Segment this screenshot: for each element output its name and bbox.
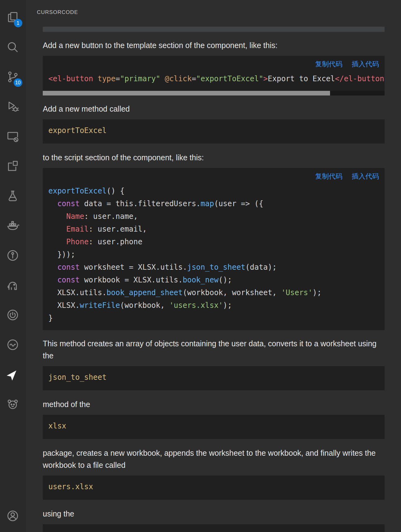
send-arrow-icon bbox=[6, 368, 20, 381]
docker-whale-icon bbox=[6, 219, 20, 233]
inline-code-exporttoexcel: exportToExcel bbox=[43, 119, 385, 144]
sidebar-item-testing[interactable] bbox=[0, 181, 25, 211]
sidebar-item-account[interactable] bbox=[0, 501, 25, 531]
sidebar-item-php-tools[interactable] bbox=[0, 270, 25, 300]
source-control-badge: 10 bbox=[14, 78, 22, 87]
horizontal-scrollbar[interactable] bbox=[43, 91, 385, 95]
account-icon bbox=[6, 509, 20, 523]
chat-paragraph: Add a new method called bbox=[43, 103, 385, 115]
scrollbar-thumb[interactable] bbox=[43, 91, 330, 95]
partially-scrolled-element bbox=[43, 27, 385, 32]
chat-paragraph: Add a new button to the template section… bbox=[43, 39, 385, 51]
inline-code-writefile: writeFile bbox=[43, 524, 385, 532]
panel-title: CURSORCODE bbox=[37, 9, 401, 16]
elephant-icon bbox=[6, 278, 20, 292]
app-window: 1 10 bbox=[0, 0, 401, 532]
chat-paragraph: method of the bbox=[43, 398, 385, 410]
sidebar-item-extensions[interactable] bbox=[0, 151, 25, 181]
activity-bar: 1 10 bbox=[0, 0, 25, 532]
code-content: exportToExcel() { const data = this.filt… bbox=[43, 181, 385, 330]
sidebar-item-power-tools[interactable] bbox=[0, 300, 25, 330]
code-actions: 复制代码 插入代码 bbox=[43, 56, 385, 69]
sidebar-item-source-control[interactable]: 10 bbox=[0, 62, 25, 92]
sidebar-item-pipeline[interactable] bbox=[0, 241, 25, 270]
chat-paragraph: This method creates an array of objects … bbox=[43, 338, 385, 362]
chat-paragraph: to the script section of the component, … bbox=[43, 152, 385, 164]
sidebar-item-assistant[interactable] bbox=[0, 389, 25, 419]
wave-circle-icon bbox=[6, 338, 20, 352]
run-debug-icon bbox=[6, 100, 20, 113]
sidebar-item-remote-explorer[interactable] bbox=[0, 122, 25, 151]
code-block-template: 复制代码 插入代码 <el-button type="primary" @cli… bbox=[43, 56, 385, 95]
inline-code-users-xlsx: users.xlsx bbox=[43, 476, 385, 500]
sidebar-item-wave[interactable] bbox=[0, 330, 25, 360]
insert-code-link[interactable]: 插入代码 bbox=[352, 60, 379, 69]
search-icon bbox=[6, 40, 20, 54]
commit-circle-icon bbox=[6, 249, 20, 262]
power-icon bbox=[6, 308, 20, 322]
sidebar-item-cursorcode[interactable] bbox=[0, 360, 25, 389]
monitor-disconnect-icon bbox=[6, 130, 20, 143]
chat-paragraph: package, creates a new workbook, appends… bbox=[43, 447, 385, 471]
flask-icon bbox=[6, 189, 20, 203]
code-content: <el-button type="primary" @click="export… bbox=[43, 69, 385, 91]
chat-content: Add a new button to the template section… bbox=[43, 27, 385, 532]
sidebar-item-search[interactable] bbox=[0, 32, 25, 62]
insert-code-link[interactable]: 插入代码 bbox=[352, 172, 379, 181]
copy-code-link[interactable]: 复制代码 bbox=[315, 172, 342, 181]
chat-paragraph: using the bbox=[43, 508, 385, 520]
code-actions: 复制代码 插入代码 bbox=[43, 168, 385, 181]
code-block-script: 复制代码 插入代码 exportToExcel() { const data =… bbox=[43, 168, 385, 330]
inline-code-json-to-sheet: json_to_sheet bbox=[43, 366, 385, 390]
sidebar-item-explorer[interactable]: 1 bbox=[0, 2, 25, 32]
sidebar-item-run-debug[interactable] bbox=[0, 92, 25, 122]
extensions-icon bbox=[6, 159, 20, 173]
cursorcode-panel: CURSORCODE Add a new button to the templ… bbox=[25, 0, 401, 532]
sidebar-item-docker[interactable] bbox=[0, 211, 25, 241]
explorer-badge: 1 bbox=[14, 19, 22, 27]
inline-code-xlsx: xlsx bbox=[43, 415, 385, 439]
bear-icon bbox=[6, 397, 20, 411]
copy-code-link[interactable]: 复制代码 bbox=[315, 60, 342, 69]
